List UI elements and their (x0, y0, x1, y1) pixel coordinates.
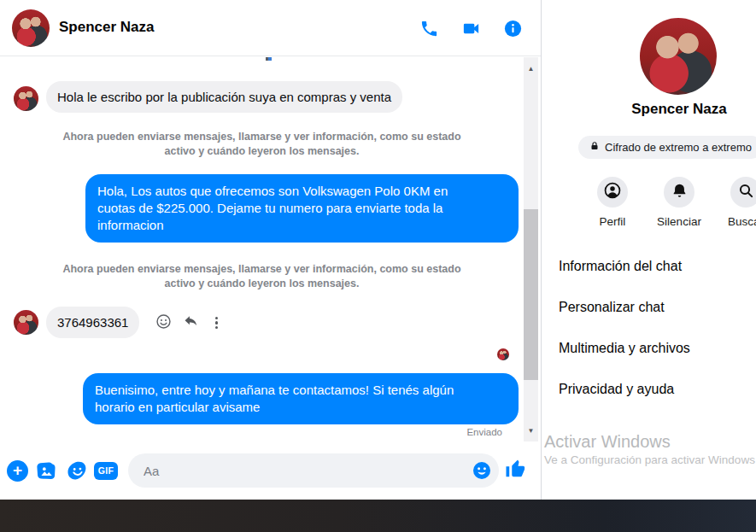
search-icon (737, 182, 755, 203)
sidebar-menu: Información del chat Personalizar chat M… (542, 246, 756, 410)
encryption-label: Cifrado de extremo a extremo (605, 141, 752, 154)
sidebar-contact-name: Spencer Naza (542, 101, 756, 118)
message-input[interactable] (128, 453, 499, 488)
phone-call-icon[interactable] (419, 19, 439, 38)
more-attachments-button[interactable]: + (7, 460, 28, 482)
message-sender-avatar[interactable] (14, 310, 38, 335)
video-call-icon[interactable] (460, 19, 482, 38)
contact-avatar-large[interactable] (640, 18, 717, 95)
attach-image-icon[interactable] (35, 459, 57, 485)
message-sender-avatar[interactable] (14, 86, 38, 111)
outgoing-message-bubble[interactable]: Hola, Los autos que ofrecemos son Volksw… (85, 174, 519, 243)
sidebar-actions: Perfil Silenciar Buscar (542, 177, 756, 228)
activate-windows-watermark: Activar Windows Ve a Configuración para … (544, 431, 755, 469)
more-options-icon[interactable] (210, 317, 223, 330)
profile-button[interactable]: Perfil (588, 177, 637, 228)
emoji-picker-icon[interactable] (472, 460, 492, 484)
chat-scrollbar[interactable]: ▲ ▼ (524, 57, 538, 441)
gif-button[interactable]: GIF (94, 462, 118, 480)
scroll-down-icon[interactable]: ▼ (524, 424, 538, 438)
system-notice: Ahora pueden enviarse mensajes, llamarse… (0, 262, 524, 291)
contact-name[interactable]: Spencer Naza (59, 19, 155, 36)
bell-icon (671, 182, 689, 203)
encryption-badge[interactable]: Cifrado de extremo a extremo (578, 136, 756, 159)
incoming-message-bubble[interactable]: Hola le escribo por la publicación suya … (46, 81, 402, 113)
sticker-icon[interactable] (66, 459, 88, 485)
scroll-up-icon[interactable]: ▲ (524, 62, 538, 76)
screen: { "chat": { "header": { "name": "Spencer… (0, 0, 756, 532)
menu-item-customize-chat[interactable]: Personalizar chat (542, 287, 756, 328)
menu-item-media-files[interactable]: Multimedia y archivos (542, 328, 756, 369)
conversation-info-icon[interactable] (503, 19, 523, 38)
sent-status: Enviado (466, 427, 502, 437)
incoming-message-bubble[interactable]: 3764963361 (46, 307, 139, 338)
search-button[interactable]: Buscar (721, 177, 756, 228)
scrollbar-thumb[interactable] (524, 209, 538, 380)
mute-button[interactable]: Silenciar (654, 177, 704, 228)
outgoing-message-bubble[interactable]: Buenisimo, entre hoy y mañana te contact… (83, 373, 519, 424)
message-hover-actions (155, 314, 223, 331)
chat-header: Spencer Naza (0, 0, 541, 56)
contact-avatar[interactable] (12, 9, 50, 47)
profile-icon (603, 181, 622, 203)
lock-icon (589, 141, 600, 154)
system-notice: Ahora pueden enviarse mensajes, llamarse… (0, 130, 524, 159)
conversation-info-sidebar: Spencer Naza Cifrado de extremo a extrem… (542, 0, 756, 500)
menu-item-privacy-help[interactable]: Privacidad y ayuda (542, 369, 756, 410)
seen-receipt-avatar (497, 348, 509, 360)
like-thumb-button[interactable] (503, 457, 527, 484)
clipped-scrolled-content (266, 57, 272, 61)
header-actions (419, 19, 523, 38)
react-emoji-icon[interactable] (155, 313, 172, 333)
reply-icon[interactable] (183, 313, 199, 333)
menu-item-chat-info[interactable]: Información del chat (542, 246, 756, 287)
chat-pane: Spencer Naza Hola le escribo por la publ… (0, 0, 542, 500)
windows-taskbar: ✂ ESP 13:35 5/9/2024 (0, 500, 756, 532)
